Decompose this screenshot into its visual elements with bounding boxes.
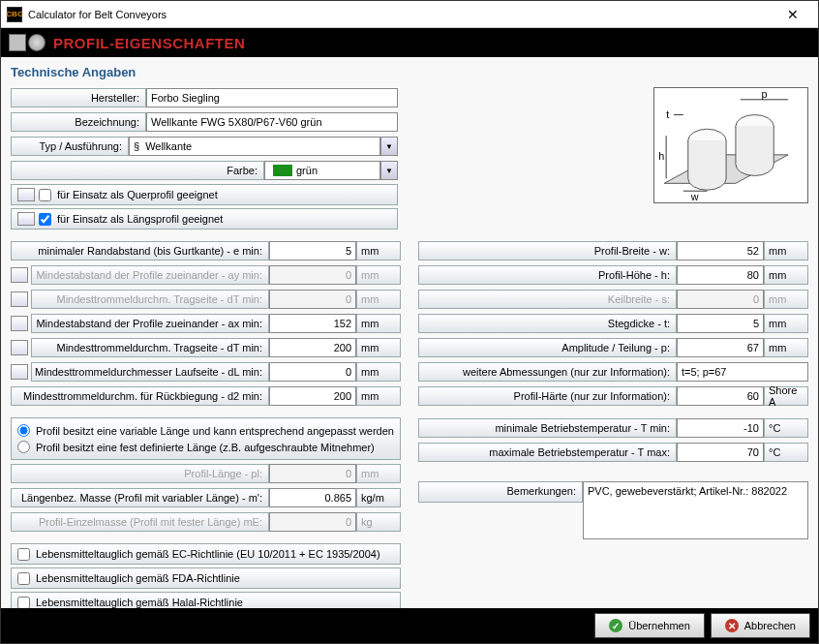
section-title: Technische Angaben bbox=[11, 65, 808, 79]
in-pl bbox=[269, 464, 356, 483]
lbl-aymin: Mindestabstand der Profile zueinander - … bbox=[31, 265, 269, 285]
chevron-down-icon[interactable]: ▼ bbox=[380, 161, 398, 180]
lbl-ampl: Amplitude / Teilung - p: bbox=[418, 338, 677, 357]
profile-icon bbox=[11, 291, 28, 307]
u-mfix: kg bbox=[356, 512, 401, 532]
dropdown-typ[interactable]: §Wellkante bbox=[129, 137, 380, 156]
chevron-down-icon[interactable]: ▼ bbox=[380, 137, 398, 156]
in-keil bbox=[677, 290, 764, 309]
u-emin: mm bbox=[356, 241, 401, 261]
dropdown-farbe[interactable]: grün bbox=[264, 161, 380, 180]
u-dl: mm bbox=[356, 362, 401, 382]
radio-variable[interactable]: Profil besitzt eine variable Länge und k… bbox=[17, 422, 394, 439]
check-halal[interactable]: Lebensmitteltauglich gemäß Halal-Richtli… bbox=[11, 592, 401, 608]
profile-icon bbox=[11, 364, 28, 380]
u-aymin: mm bbox=[356, 265, 401, 285]
lbl-tmin: minimale Betriebstemperatur - T min: bbox=[418, 418, 677, 438]
window-title: Calculator for Belt Conveyors bbox=[28, 9, 774, 20]
u-d2: mm bbox=[356, 386, 401, 406]
profile-icon bbox=[11, 340, 28, 355]
apply-button[interactable]: ✓Übernehmen bbox=[594, 613, 705, 638]
in-d2[interactable] bbox=[269, 386, 356, 406]
in-hoehe[interactable] bbox=[677, 265, 764, 285]
u-dt1: mm bbox=[356, 290, 401, 309]
header-bar: PROFIL-EIGENSCHAFTEN bbox=[1, 28, 818, 57]
profile-icon bbox=[11, 316, 28, 331]
lbl-emin: minimaler Randabstand (bis Gurtkante) - … bbox=[11, 241, 269, 261]
lbl-steg: Stegdicke - t: bbox=[418, 314, 677, 333]
toolbar-icon-1[interactable] bbox=[9, 34, 26, 51]
gear-icon[interactable] bbox=[28, 34, 46, 51]
u-dt2: mm bbox=[356, 338, 401, 357]
lbl-bemerk: Bemerkungen: bbox=[418, 481, 583, 503]
in-ampl[interactable] bbox=[677, 338, 764, 357]
svg-text:p: p bbox=[761, 88, 767, 100]
lbl-d2: Mindesttrommeldurchm. für Rückbiegung - … bbox=[11, 386, 269, 406]
main-content: Technische Angaben p t h w bbox=[1, 57, 818, 608]
lbl-axmin: Mindestabstand der Profile zueinander - … bbox=[31, 314, 269, 333]
label-typ: Typ / Ausführung: bbox=[11, 137, 129, 156]
profile-icon bbox=[17, 188, 35, 201]
lbl-dl: Mindesttrommeldurchmesser Laufseite - dL… bbox=[31, 362, 269, 382]
lbl-breite: Profil-Breite - w: bbox=[418, 241, 677, 261]
in-dl[interactable] bbox=[269, 362, 356, 382]
lbl-tmax: maximale Betriebstemperatur - T max: bbox=[418, 443, 677, 462]
in-breite[interactable] bbox=[677, 241, 764, 261]
x-icon: ✕ bbox=[725, 619, 739, 632]
profile-icon bbox=[11, 267, 28, 283]
label-farbe: Farbe: bbox=[11, 161, 264, 180]
in-tmax[interactable] bbox=[677, 443, 764, 462]
check-fda[interactable]: Lebensmitteltauglich gemäß FDA-Richtlini… bbox=[11, 567, 401, 589]
in-haerte[interactable] bbox=[677, 386, 764, 406]
close-icon[interactable]: ✕ bbox=[774, 3, 812, 26]
input-bezeichnung[interactable] bbox=[146, 112, 398, 132]
u-axmin: mm bbox=[356, 314, 401, 333]
label-bezeichnung: Bezeichnung: bbox=[11, 112, 146, 132]
in-mvar[interactable] bbox=[269, 488, 356, 507]
check-icon: ✓ bbox=[609, 619, 622, 632]
cancel-button[interactable]: ✕Abbrechen bbox=[711, 613, 810, 638]
lbl-mvar: Längenbez. Masse (Profil mit variabler L… bbox=[11, 488, 269, 507]
radio-fixed[interactable]: Profil besitzt eine fest definierte Läng… bbox=[17, 439, 394, 455]
app-icon: CBC bbox=[7, 7, 22, 22]
lbl-hoehe: Profil-Höhe - h: bbox=[418, 265, 677, 285]
svg-text:w: w bbox=[690, 191, 699, 202]
svg-text:t: t bbox=[666, 108, 669, 120]
u-pl: mm bbox=[356, 464, 401, 483]
in-dt2[interactable] bbox=[269, 338, 356, 357]
lbl-pl: Profil-Länge - pl: bbox=[11, 464, 269, 483]
input-hersteller[interactable] bbox=[146, 88, 398, 107]
check-ec[interactable]: Lebensmitteltauglich gemäß EC-Richtlinie… bbox=[11, 543, 401, 565]
lbl-mfix: Profil-Einzelmasse (Profil mit fester Lä… bbox=[11, 512, 269, 532]
checkbox-quer[interactable] bbox=[39, 189, 51, 201]
lbl-keil: Keilbreite - s: bbox=[418, 290, 677, 309]
check-laengsprofil[interactable]: für Einsatz als Längsprofil geeignet bbox=[11, 208, 398, 230]
in-axmin[interactable] bbox=[269, 314, 356, 333]
lbl-abm: weitere Abmessungen (nur zur Information… bbox=[418, 362, 677, 382]
in-abm[interactable] bbox=[677, 362, 808, 382]
lbl-dt2: Mindesttrommeldurchm. Tragseite - dT min… bbox=[31, 338, 269, 357]
check-querprofil[interactable]: für Einsatz als Querprofil geeignet bbox=[11, 184, 398, 205]
in-aymin bbox=[269, 265, 356, 285]
profile-icon bbox=[17, 212, 35, 226]
in-steg[interactable] bbox=[677, 314, 764, 333]
color-swatch bbox=[273, 165, 292, 176]
lbl-haerte: Profil-Härte (nur zur Information): bbox=[418, 386, 677, 406]
svg-text:h: h bbox=[658, 150, 664, 162]
profile-diagram: p t h w bbox=[653, 87, 808, 203]
textarea-bemerk[interactable] bbox=[583, 481, 808, 539]
panel-title: PROFIL-EIGENSCHAFTEN bbox=[53, 35, 245, 51]
in-dt1 bbox=[269, 290, 356, 309]
in-tmin[interactable] bbox=[677, 418, 764, 438]
titlebar: CBC Calculator for Belt Conveyors ✕ bbox=[1, 1, 818, 28]
label-hersteller: Hersteller: bbox=[11, 88, 146, 107]
footer-bar: ✓Übernehmen ✕Abbrechen bbox=[1, 608, 818, 643]
u-mvar: kg/m bbox=[356, 488, 401, 507]
in-emin[interactable] bbox=[269, 241, 356, 261]
length-mode-group: Profil besitzt eine variable Länge und k… bbox=[11, 417, 401, 460]
in-mfix bbox=[269, 512, 356, 532]
checkbox-laengs[interactable] bbox=[39, 213, 51, 226]
lbl-dt1: Mindesttrommeldurchm. Tragseite - dT min… bbox=[31, 290, 269, 309]
